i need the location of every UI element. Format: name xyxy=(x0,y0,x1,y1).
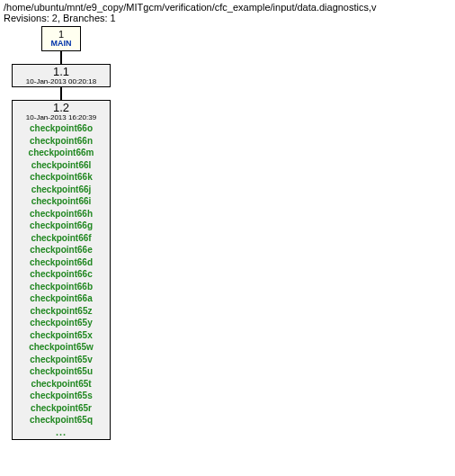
revision-tag: checkpoint66n xyxy=(30,135,93,148)
revision-version: 1.2 xyxy=(13,101,110,114)
revision-tag: checkpoint66m xyxy=(29,147,94,159)
revision-tag: checkpoint65s xyxy=(30,390,92,402)
connector-line xyxy=(60,51,62,64)
file-header: /home/ubuntu/mnt/e9_copy/MITgcm/verifica… xyxy=(0,0,455,24)
revision-tag: checkpoint65y xyxy=(30,317,92,329)
revision-tag: checkpoint66e xyxy=(30,244,92,256)
revision-tag: checkpoint65x xyxy=(30,329,92,342)
branch-name: MAIN xyxy=(42,40,80,48)
revision-tag: checkpoint65v xyxy=(30,354,92,366)
revision-tag: checkpoint66i xyxy=(31,195,92,208)
revision-tag: checkpoint65u xyxy=(30,365,93,378)
branch-node-main[interactable]: 1 MAIN xyxy=(41,26,81,51)
revision-tags: checkpoint66ocheckpoint66ncheckpoint66mc… xyxy=(13,122,110,427)
revision-date: 10-Jan-2013 16:20:39 xyxy=(13,114,110,121)
revision-tag: checkpoint66o xyxy=(30,122,93,135)
revision-tag: checkpoint66h xyxy=(30,208,93,220)
revision-tag: checkpoint65w xyxy=(29,341,94,354)
revision-tag: checkpoint65r xyxy=(31,402,92,415)
revision-tag: checkpoint66g xyxy=(30,220,93,232)
revision-version: 1.1 xyxy=(13,66,110,78)
connector-line xyxy=(60,87,62,100)
revision-tag: checkpoint66d xyxy=(30,256,93,269)
revision-tag: checkpoint65t xyxy=(31,378,91,391)
file-path: /home/ubuntu/mnt/e9_copy/MITgcm/verifica… xyxy=(4,2,451,13)
revision-tag: checkpoint66f xyxy=(31,232,91,245)
revision-node-1-1[interactable]: 1.1 10-Jan-2013 00:20:18 xyxy=(12,64,111,87)
revision-tag: checkpoint66j xyxy=(31,184,92,196)
revision-date: 10-Jan-2013 00:20:18 xyxy=(13,78,110,85)
revision-tag: checkpoint66l xyxy=(31,159,92,172)
revision-tag: checkpoint66k xyxy=(30,171,92,184)
revision-tag: checkpoint65z xyxy=(31,305,93,318)
revision-tag: checkpoint66b xyxy=(30,281,93,293)
revision-node-1-2[interactable]: 1.2 10-Jan-2013 16:20:39 checkpoint66och… xyxy=(12,100,111,440)
revisions-line: Revisions: 2, Branches: 1 xyxy=(4,13,451,23)
revision-tag: checkpoint66c xyxy=(30,268,92,281)
ellipsis-icon: ... xyxy=(13,427,110,438)
revision-tag: checkpoint65q xyxy=(30,414,93,427)
revision-tag: checkpoint66a xyxy=(30,292,92,305)
